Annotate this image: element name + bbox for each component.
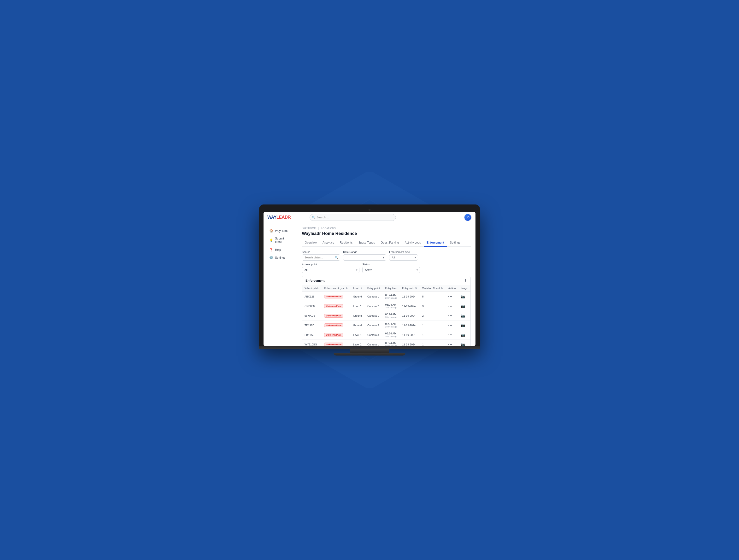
cell-enforcement-type-0: Unknown Plate xyxy=(322,292,350,301)
date-range-input[interactable]: 01/06/2024 → 12/06/2024 xyxy=(343,254,386,260)
sidebar-item-help[interactable]: ❓ Help xyxy=(266,246,295,253)
action-menu-button-4[interactable]: ••• xyxy=(448,333,453,337)
cell-violation-count-1: 3 xyxy=(420,301,446,311)
sort-entry-date-icon: ⇅ xyxy=(415,287,417,290)
tab-analytics[interactable]: Analytics xyxy=(320,239,337,247)
tab-settings[interactable]: Settings xyxy=(447,239,463,247)
camera-icon-4[interactable]: 📷 xyxy=(461,333,465,337)
table-row: 56WAD5 Unknown Plate Ground Camera 1 08:… xyxy=(302,311,470,321)
camera-icon-1[interactable]: 📷 xyxy=(461,304,465,308)
enforcement-type-label: Enforcement type xyxy=(389,250,418,253)
enforcement-table: Vehicle plate Enforcement type ⇅ Level ⇅ xyxy=(302,285,470,346)
cell-enforcement-type-1: Unknown Plate xyxy=(322,301,350,311)
filters-row-1: Search 🔍 Date Range 01/06/2024 → 12/06/2… xyxy=(302,250,471,260)
camera-icon-5[interactable]: 📷 xyxy=(461,343,465,346)
home-icon: 🏠 xyxy=(269,229,273,232)
cell-plate-2: 56WAD5 xyxy=(302,311,322,321)
action-menu-button-3[interactable]: ••• xyxy=(448,323,453,327)
cell-entry-date-4: 11-19-2024 xyxy=(400,330,420,340)
action-menu-button-1[interactable]: ••• xyxy=(448,304,453,308)
tab-guest-parking[interactable]: Guest Parking xyxy=(378,239,402,247)
tab-enforcement[interactable]: Enforcement xyxy=(424,239,447,247)
plate-search-input[interactable] xyxy=(302,254,340,260)
download-button[interactable]: ⬇ xyxy=(464,278,467,283)
access-point-filter-group: Access point All xyxy=(302,263,359,273)
camera-icon-3[interactable]: 📷 xyxy=(461,323,465,327)
laptop-stand xyxy=(333,349,406,356)
cell-level-5: Level 2 xyxy=(350,340,365,346)
cell-entry-time-0: 08:24 AM 28 mins ago xyxy=(383,292,400,301)
main-content: WAYHOME | LOCATIONS Wayleadr Home Reside… xyxy=(297,223,475,346)
action-menu-button-5[interactable]: ••• xyxy=(448,343,453,346)
global-search-input[interactable] xyxy=(310,214,396,221)
tab-residents[interactable]: Residents xyxy=(337,239,355,247)
status-filter-label: Status xyxy=(362,263,420,266)
sidebar-item-submit-ideas[interactable]: 💡 Submit Ideas xyxy=(266,235,295,245)
cell-entry-date-1: 11-19-2024 xyxy=(400,301,420,311)
table-header-bar: Enforcement ⬇ xyxy=(302,276,470,285)
col-entry-date[interactable]: Entry date ⇅ xyxy=(400,285,420,292)
access-point-select[interactable]: All xyxy=(302,267,359,273)
date-range-label: Date Range xyxy=(343,250,386,253)
cell-entry-time-2: 08:24 AM 28 mins ago xyxy=(383,311,400,321)
col-action: Action xyxy=(446,285,458,292)
tab-overview[interactable]: Overview xyxy=(302,239,320,247)
status-select[interactable]: Active xyxy=(362,267,420,273)
cell-image-2: 📷 xyxy=(458,311,470,321)
date-range-filter-group: Date Range 01/06/2024 → 12/06/2024 ▾ xyxy=(343,250,386,260)
avatar[interactable]: JD xyxy=(464,214,472,221)
search-input-wrap: 🔍 xyxy=(302,254,340,260)
table-row: ABC123 Unknown Plate Ground Camera 1 08:… xyxy=(302,292,470,301)
breadcrumb-wayhome[interactable]: WAYHOME xyxy=(303,227,316,230)
sort-level-icon: ⇅ xyxy=(360,287,362,290)
cell-plate-1: CRD860 xyxy=(302,301,322,311)
entry-time-main-0: 08:24 AM xyxy=(385,294,398,297)
sidebar-item-wayhome[interactable]: 🏠 WayHome xyxy=(266,227,295,234)
plate-search-icon: 🔍 xyxy=(335,256,338,259)
cell-enforcement-type-2: Unknown Plate xyxy=(322,311,350,321)
action-menu-button-0[interactable]: ••• xyxy=(448,295,453,299)
enforcement-type-select[interactable]: All xyxy=(389,254,418,260)
logo-way: WAY xyxy=(267,215,277,220)
cell-entry-date-2: 11-19-2024 xyxy=(400,311,420,321)
tab-activity-logs[interactable]: Activity Logs xyxy=(402,239,424,247)
cell-enforcement-type-4: Unknown Plate xyxy=(322,330,350,340)
cell-action-5: ••• xyxy=(446,340,458,346)
entry-time-ago-0: 28 mins ago xyxy=(385,297,398,299)
laptop-base xyxy=(259,346,480,349)
col-level[interactable]: Level ⇅ xyxy=(350,285,365,292)
action-menu-button-2[interactable]: ••• xyxy=(448,314,453,318)
camera-icon-0[interactable]: 📷 xyxy=(461,295,465,299)
entry-time-main-4: 08:24 AM xyxy=(385,332,398,335)
entry-time-ago-3: 28 mins ago xyxy=(385,326,398,328)
sidebar-item-settings[interactable]: ⚙️ Settings xyxy=(266,254,295,261)
sort-enforcement-type-icon: ⇅ xyxy=(346,287,348,290)
lightbulb-icon: 💡 xyxy=(269,238,273,242)
enforcement-badge-2: Unknown Plate xyxy=(324,314,343,318)
breadcrumb-locations[interactable]: LOCATIONS xyxy=(321,227,336,230)
table-title: Enforcement xyxy=(305,279,324,283)
cell-enforcement-type-3: Unknown Plate xyxy=(322,321,350,330)
cell-violation-count-4: 1 xyxy=(420,330,446,340)
cell-violation-count-0: 5 xyxy=(420,292,446,301)
enforcement-badge-5: Unknown Plate xyxy=(324,343,343,346)
camera-icon-2[interactable]: 📷 xyxy=(461,314,465,318)
cell-action-2: ••• xyxy=(446,311,458,321)
col-violation-count[interactable]: Violation Count ⇅ xyxy=(420,285,446,292)
entry-time-main-2: 08:24 AM xyxy=(385,313,398,316)
cell-level-3: Ground xyxy=(350,321,365,330)
enforcement-badge-0: Unknown Plate xyxy=(324,295,343,299)
cell-image-3: 📷 xyxy=(458,321,470,330)
breadcrumb: WAYHOME | LOCATIONS xyxy=(302,227,471,230)
access-point-label: Access point xyxy=(302,263,359,266)
col-enforcement-type[interactable]: Enforcement type ⇅ xyxy=(322,285,350,292)
cell-plate-3: TD198D xyxy=(302,321,322,330)
tab-space-types[interactable]: Space Types xyxy=(355,239,378,247)
enforcement-badge-4: Unknown Plate xyxy=(324,333,343,337)
cell-entry-time-3: 08:24 AM 28 mins ago xyxy=(383,321,400,330)
help-icon: ❓ xyxy=(269,248,273,251)
sidebar-item-submit-ideas-label: Submit Ideas xyxy=(275,237,291,243)
logo-leadr: LEADR xyxy=(277,215,291,220)
cell-violation-count-3: 1 xyxy=(420,321,446,330)
col-image: Image xyxy=(458,285,470,292)
